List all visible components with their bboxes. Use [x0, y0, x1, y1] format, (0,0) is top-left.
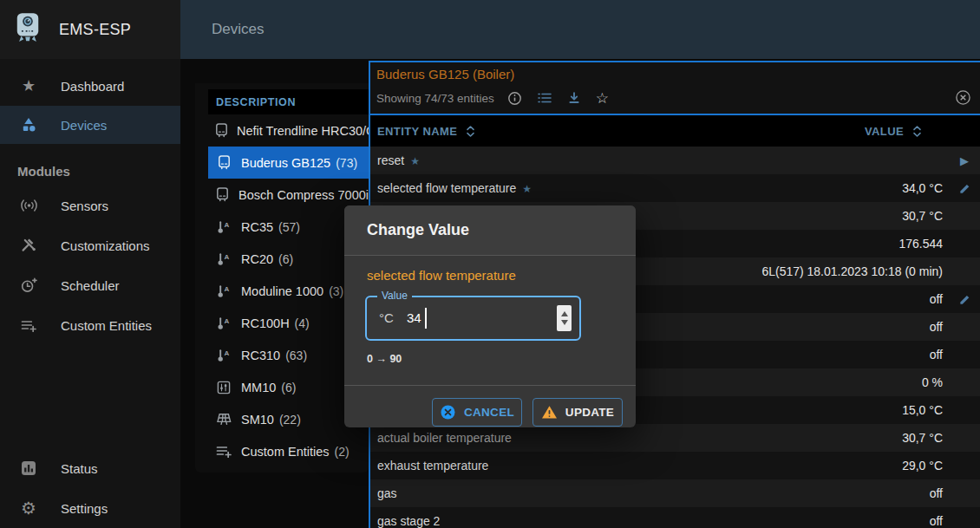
entity-row-exhaust-temperature[interactable]: exhaust temperature29,0 °C [370, 452, 980, 479]
entity-name: exhaust temperature [377, 452, 488, 479]
status-icon [17, 460, 40, 476]
boiler-icon [215, 123, 228, 138]
thermostat-icon: A [215, 220, 232, 234]
device-entity-count: (6) [281, 381, 296, 394]
sensors-icon [17, 199, 40, 212]
sidebar-item-sensors[interactable]: Sensors [0, 186, 180, 225]
entity-value: 176.544 [898, 230, 943, 257]
svg-text:A: A [225, 349, 230, 357]
device-name: RC310 [241, 349, 280, 362]
number-spinner[interactable] [557, 305, 572, 331]
sidebar-item-devices[interactable]: Devices [0, 106, 180, 144]
device-name: Buderus GB125 [241, 156, 330, 170]
sidebar-item-custom-entities[interactable]: Custom Entities [0, 306, 180, 344]
entity-name: selected flow temperature★ [377, 174, 532, 203]
sidebar-item-scheduler[interactable]: Scheduler [0, 266, 180, 304]
entity-row-selected-flow-temperature[interactable]: selected flow temperature★34,0 °C [370, 174, 980, 202]
thermostat-icon: A [215, 252, 232, 266]
warning-triangle-icon [541, 405, 558, 420]
svg-text:A: A [225, 285, 230, 293]
entity-value: 29,0 °C [902, 452, 943, 479]
device-name: Custom Entities [241, 445, 330, 459]
value-range-hint: 0 → 90 [367, 353, 402, 365]
entity-name: reset★ [377, 147, 420, 175]
thermostat-icon: A [215, 349, 232, 362]
category-icon [17, 117, 40, 133]
device-entity-count: (57) [278, 220, 300, 234]
spinner-down-icon[interactable] [561, 320, 568, 325]
cancel-button[interactable]: CANCEL [432, 398, 522, 427]
star-icon: ★ [17, 78, 40, 94]
page-title: Devices [212, 0, 264, 59]
boiler-icon [215, 155, 232, 170]
edit-icon[interactable] [954, 174, 975, 202]
play-icon[interactable]: ▶ [954, 147, 975, 174]
device-name: RC100H [241, 316, 290, 330]
thermostat-icon: A [215, 284, 232, 298]
sidebar-item-customizations[interactable]: Customizations [0, 226, 180, 264]
spinner-up-icon[interactable] [561, 311, 568, 316]
modules-section-label: Modules [17, 164, 70, 179]
solar-icon [215, 413, 232, 426]
device-item-buderus-gb125[interactable]: Buderus GB125(73) [208, 147, 369, 179]
entity-name: gas [377, 479, 397, 507]
entity-value: off [930, 313, 943, 341]
sidebar-item-label: Devices [61, 118, 107, 133]
boiler-logo-icon [14, 11, 42, 48]
device-name: Moduline 1000 [241, 284, 323, 298]
cancel-circle-icon [440, 404, 456, 420]
entity-value: 15,0 °C [902, 396, 943, 424]
device-name: SM10 [241, 413, 274, 427]
entity-toolbar: ☆ [509, 91, 609, 106]
dialog-entity-name: selected flow temperature [367, 268, 516, 283]
sidebar-item-label: Scheduler [61, 278, 120, 293]
entity-name: gas stage 2 [377, 507, 440, 528]
showing-entities-text: Showing 74/73 entities [376, 92, 494, 105]
star-outline-icon[interactable]: ☆ [596, 91, 609, 106]
dialog-footer: CANCEL UPDATE [344, 385, 636, 428]
device-item-custom-entities[interactable]: Custom Entities(2) [208, 435, 369, 467]
entity-row-reset[interactable]: reset★▶ [370, 147, 980, 174]
entity-value: off [930, 341, 943, 368]
info-icon[interactable] [507, 91, 522, 106]
sidebar-item-label: Customizations [61, 238, 150, 253]
entity-value: 30,7 °C [902, 424, 943, 452]
sidebar-item-label: Custom Entities [61, 318, 152, 333]
sidebar-item-label: Dashboard [61, 79, 124, 94]
entity-row-gas-stage-2[interactable]: gas stage 2off [370, 507, 980, 528]
sort-icon [466, 125, 475, 138]
mixer-icon [215, 381, 232, 394]
dialog-title: Change Value [344, 205, 636, 256]
sidebar-item-dashboard[interactable]: ★Dashboard [0, 67, 180, 105]
device-name: Bosch Compress 7000i [238, 188, 369, 202]
download-icon[interactable] [567, 91, 581, 105]
update-button[interactable]: UPDATE [532, 398, 623, 427]
entity-value: off [930, 479, 943, 507]
entity-value: 0 % [922, 368, 943, 396]
update-button-label: UPDATE [565, 406, 614, 419]
entity-panel-subheader: Showing 74/73 entities ☆ [376, 88, 609, 108]
edit-icon[interactable] [954, 285, 975, 313]
device-item-bosch-compress-7000i[interactable]: Bosch Compress 7000i [208, 179, 369, 211]
column-value[interactable]: VALUE [865, 115, 922, 147]
list-view-icon[interactable] [537, 91, 552, 105]
top-bar: Devices [180, 0, 980, 59]
change-value-dialog: Change Value selected flow temperature V… [344, 205, 636, 427]
sidebar-item-settings[interactable]: ⚙Settings [0, 489, 180, 527]
circle-x-icon[interactable] [955, 89, 971, 106]
device-entity-count: (6) [278, 252, 293, 266]
device-entity-count: (4) [295, 316, 310, 330]
entity-panel-title: Buderus GB125 (Boiler) [376, 67, 514, 81]
column-entity-name[interactable]: ENTITY NAME [377, 115, 475, 147]
gear-icon: ⚙ [17, 499, 40, 517]
entity-value: 34,0 °C [902, 174, 943, 202]
value-input[interactable]: Value °C 34 [365, 296, 581, 341]
value-input-text: 34 [407, 297, 421, 339]
device-list-column-header[interactable]: DESCRIPTION [208, 89, 369, 114]
device-item-nefit-trendline-hrc30-c[interactable]: Nefit Trendline HRC30/C [208, 114, 369, 147]
entity-row-gas[interactable]: gasoff [370, 479, 980, 507]
device-list-header-label: DESCRIPTION [216, 96, 296, 108]
sidebar-item-label: Sensors [61, 199, 108, 213]
device-name: RC35 [241, 220, 273, 234]
sidebar-item-status[interactable]: Status [0, 449, 180, 487]
